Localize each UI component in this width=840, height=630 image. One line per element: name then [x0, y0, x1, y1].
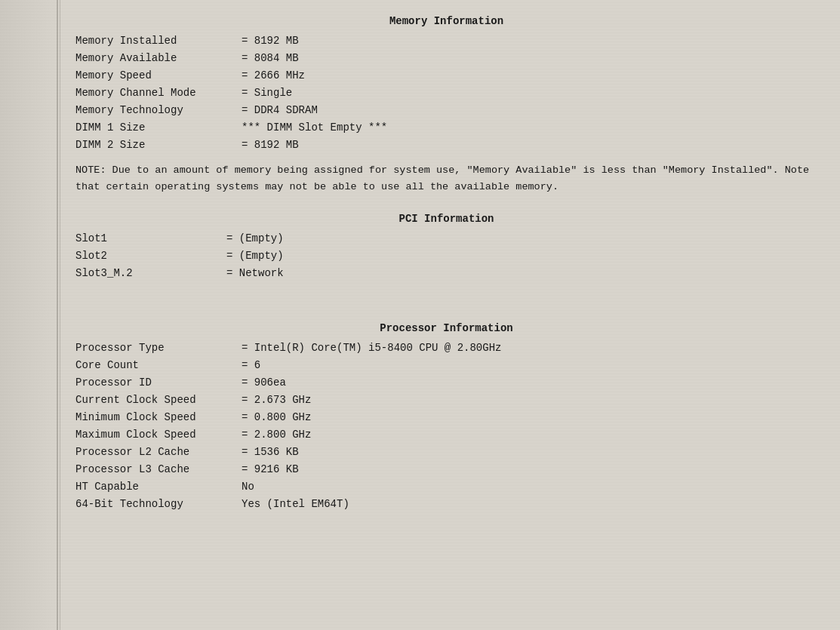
row-value: No: [242, 479, 817, 495]
row-label: Core Count: [75, 358, 242, 373]
memory-note: NOTE: Due to an amount of memory being a…: [75, 162, 817, 195]
row-label: Processor Type: [75, 340, 242, 356]
table-row: Current Clock Speed = 2.673 GHz: [75, 392, 817, 408]
table-row: Processor ID = 906ea: [75, 375, 817, 391]
row-label: Slot2: [75, 248, 226, 264]
row-label: Processor L3 Cache: [75, 462, 242, 478]
row-value: Yes (Intel EM64T): [242, 496, 817, 512]
table-row: DIMM 2 Size = 8192 MB: [75, 137, 817, 153]
row-label: DIMM 1 Size: [75, 120, 242, 136]
table-row: Slot1 = (Empty): [75, 231, 817, 247]
row-label: Memory Channel Mode: [75, 85, 242, 101]
row-label: Memory Technology: [75, 103, 242, 118]
table-row: DIMM 1 Size *** DIMM Slot Empty ***: [75, 120, 817, 136]
memory-section: Memory Information Memory Installed = 81…: [75, 15, 817, 195]
table-row: Slot3_M.2 = Network: [75, 266, 817, 281]
row-label: Processor ID: [75, 375, 242, 391]
row-value: = 2666 MHz: [242, 68, 817, 84]
row-value: = 6: [242, 358, 817, 373]
row-label: Memory Available: [75, 51, 242, 66]
row-label: Memory Installed: [75, 33, 242, 49]
left-margin: [0, 0, 60, 630]
table-row: Minimum Clock Speed = 0.800 GHz: [75, 410, 817, 426]
table-row: Processor L3 Cache = 9216 KB: [75, 462, 817, 478]
row-value: *** DIMM Slot Empty ***: [242, 120, 817, 136]
row-value: = Network: [226, 266, 817, 281]
row-label: Minimum Clock Speed: [75, 410, 242, 426]
row-value: = 2.673 GHz: [242, 392, 817, 408]
pci-section: PCI Information Slot1 = (Empty) Slot2 = …: [75, 213, 817, 281]
row-label: Slot1: [75, 231, 226, 247]
row-value: = 9216 KB: [242, 462, 817, 478]
processor-section: Processor Information Processor Type = I…: [75, 322, 817, 512]
table-row: Memory Installed = 8192 MB: [75, 33, 817, 49]
table-row: Core Count = 6: [75, 358, 817, 373]
table-row: Memory Available = 8084 MB: [75, 51, 817, 66]
table-row: Slot2 = (Empty): [75, 248, 817, 264]
row-value: = 1536 KB: [242, 444, 817, 460]
table-row: Processor L2 Cache = 1536 KB: [75, 444, 817, 460]
row-value: = (Empty): [226, 248, 817, 264]
row-value: = 8192 MB: [242, 137, 817, 153]
spacer: [75, 300, 817, 322]
row-value: = DDR4 SDRAM: [242, 103, 817, 118]
row-value: = 906ea: [242, 375, 817, 391]
row-value: = (Empty): [226, 231, 817, 247]
processor-table: Processor Type = Intel(R) Core(TM) i5-84…: [75, 340, 817, 512]
table-row: Memory Speed = 2666 MHz: [75, 68, 817, 84]
row-label: HT Capable: [75, 479, 242, 495]
pci-table: Slot1 = (Empty) Slot2 = (Empty) Slot3_M.…: [75, 231, 817, 281]
memory-section-title: Memory Information: [75, 15, 817, 27]
processor-section-title: Processor Information: [75, 322, 817, 334]
row-label: Slot3_M.2: [75, 266, 226, 281]
row-label: DIMM 2 Size: [75, 137, 242, 153]
table-row: Memory Channel Mode = Single: [75, 85, 817, 101]
row-value: = 8192 MB: [242, 33, 817, 49]
row-value: = 2.800 GHz: [242, 427, 817, 443]
row-label: 64-Bit Technology: [75, 496, 242, 512]
row-label: Memory Speed: [75, 68, 242, 84]
row-value: = 8084 MB: [242, 51, 817, 66]
row-label: Current Clock Speed: [75, 392, 242, 408]
row-value: = Single: [242, 85, 817, 101]
table-row: Memory Technology = DDR4 SDRAM: [75, 103, 817, 118]
row-value: = 0.800 GHz: [242, 410, 817, 426]
table-row: Processor Type = Intel(R) Core(TM) i5-84…: [75, 340, 817, 356]
content-area: Memory Information Memory Installed = 81…: [60, 0, 840, 630]
table-row: 64-Bit Technology Yes (Intel EM64T): [75, 496, 817, 512]
table-row: HT Capable No: [75, 479, 817, 495]
table-row: Maximum Clock Speed = 2.800 GHz: [75, 427, 817, 443]
row-label: Processor L2 Cache: [75, 444, 242, 460]
row-label: Maximum Clock Speed: [75, 427, 242, 443]
row-value: = Intel(R) Core(TM) i5-8400 CPU @ 2.80GH…: [242, 340, 817, 356]
pci-section-title: PCI Information: [75, 213, 817, 225]
memory-table: Memory Installed = 8192 MB Memory Availa…: [75, 33, 817, 153]
